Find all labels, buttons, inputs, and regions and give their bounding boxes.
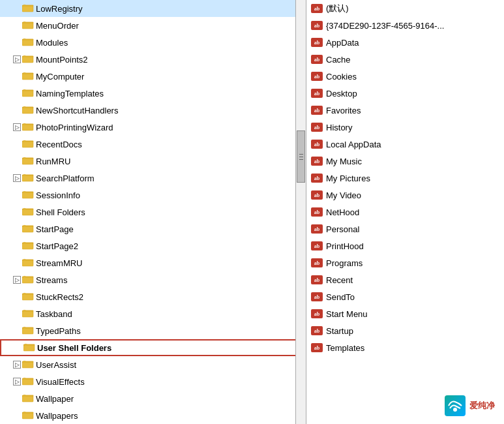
registry-value-item[interactable]: abRecent: [306, 271, 504, 288]
tree-item-label: StartPage2: [36, 241, 78, 251]
svg-rect-37: [22, 310, 33, 317]
registry-value-item[interactable]: abHistory: [306, 119, 504, 136]
ab-icon: ab: [311, 140, 323, 149]
scrollbar[interactable]: [295, 0, 306, 424]
ab-icon: ab: [311, 4, 323, 13]
tree-item[interactable]: ▷ PhotoPrintingWizard: [0, 119, 306, 136]
registry-value-item[interactable]: abCache: [306, 51, 504, 68]
tree-expander[interactable]: ▷: [13, 55, 21, 63]
tree-item-label: Taskband: [36, 309, 72, 319]
svg-rect-1: [22, 5, 33, 12]
registry-value-item[interactable]: abPrintHood: [306, 237, 504, 254]
registry-value-item[interactable]: abMy Pictures: [306, 170, 504, 187]
folder-icon: [22, 206, 34, 218]
registry-value-item[interactable]: abMy Video: [306, 187, 504, 204]
folder-icon: [22, 104, 34, 116]
svg-rect-25: [22, 209, 33, 215]
tree-item[interactable]: StartPage: [0, 220, 306, 237]
ab-icon: ab: [311, 157, 323, 166]
registry-value-item[interactable]: abMy Music: [306, 153, 504, 170]
ab-icon: ab: [311, 72, 323, 81]
registry-value-label: SendTo: [326, 292, 355, 302]
registry-value-item[interactable]: abSendTo: [306, 288, 504, 305]
svg-rect-23: [22, 192, 33, 198]
svg-rect-19: [22, 158, 33, 164]
tree-item[interactable]: NamingTemplates: [0, 85, 306, 102]
tree-item-label: User Shell Folders: [37, 343, 111, 353]
tree-item[interactable]: ▷ Streams: [0, 271, 306, 288]
folder-icon: [22, 240, 34, 252]
tree-item-label: VisualEffects: [36, 377, 85, 387]
tree-item[interactable]: Wallpaper: [0, 390, 306, 407]
watermark: 爱纯净: [442, 394, 497, 417]
tree-item[interactable]: ▷ SearchPlatform: [0, 170, 306, 187]
registry-value-label: Start Menu: [326, 309, 368, 319]
registry-value-item[interactable]: abStart Menu: [306, 305, 504, 322]
tree-item[interactable]: LowRegistry: [0, 0, 306, 17]
tree-item[interactable]: MyComputer: [0, 68, 306, 85]
folder-icon: [22, 325, 34, 337]
tree-item-label: RunMRU: [36, 157, 70, 166]
registry-value-item[interactable]: abPersonal: [306, 220, 504, 237]
tree-expander[interactable]: ▷: [13, 276, 21, 284]
tree-item[interactable]: NewShortcutHandlers: [0, 102, 306, 119]
tree-item[interactable]: TypedPaths: [0, 322, 306, 339]
tree-item[interactable]: StuckRects2: [0, 288, 306, 305]
svg-rect-33: [22, 277, 33, 283]
ab-icon: ab: [311, 123, 323, 132]
tree-item-label: NamingTemplates: [36, 89, 104, 98]
right-values-panel: ab(默认)ab{374DE290-123F-4565-9164-...abAp…: [306, 0, 504, 424]
registry-value-item[interactable]: ab(默认): [306, 0, 504, 17]
svg-rect-7: [22, 56, 33, 63]
folder-icon: [22, 172, 34, 184]
tree-item-label: SearchPlatform: [36, 174, 95, 183]
ab-icon: ab: [311, 55, 323, 64]
registry-type-icon: ab: [310, 275, 323, 285]
registry-value-item[interactable]: abPrograms: [306, 254, 504, 271]
registry-value-item[interactable]: abStartup: [306, 322, 504, 339]
tree-item[interactable]: ▷ UserAssist: [0, 356, 306, 373]
registry-values-list: ab(默认)ab{374DE290-123F-4565-9164-...abAp…: [306, 0, 504, 356]
folder-icon: [22, 138, 34, 150]
tree-item[interactable]: RunMRU: [0, 153, 306, 170]
registry-type-icon: ab: [310, 3, 323, 14]
folder-icon: [23, 342, 35, 354]
registry-value-item[interactable]: abTemplates: [306, 339, 504, 356]
tree-item[interactable]: MenuOrder: [0, 17, 306, 34]
registry-type-icon: ab: [310, 224, 323, 234]
tree-item[interactable]: StreamMRU: [0, 254, 306, 271]
tree-item[interactable]: ▷ MountPoints2: [0, 51, 306, 68]
svg-rect-11: [22, 90, 33, 97]
tree-item[interactable]: StartPage2: [0, 237, 306, 254]
registry-value-item[interactable]: abFavorites: [306, 102, 504, 119]
tree-item[interactable]: Wallpapers: [0, 407, 306, 424]
scrollbar-thumb[interactable]: [297, 130, 305, 183]
tree-expander[interactable]: ▷: [13, 361, 21, 369]
registry-value-item[interactable]: ab{374DE290-123F-4565-9164-...: [306, 17, 504, 34]
tree-item[interactable]: Modules: [0, 34, 306, 51]
tree-item[interactable]: SessionInfo: [0, 187, 306, 204]
registry-value-item[interactable]: abCookies: [306, 68, 504, 85]
tree-item[interactable]: RecentDocs: [0, 136, 306, 153]
registry-value-label: Cache: [326, 55, 351, 65]
tree-item[interactable]: User Shell Folders: [0, 339, 306, 356]
folder-icon: [22, 189, 34, 201]
folder-icon: [22, 155, 34, 167]
registry-type-icon: ab: [310, 173, 323, 183]
registry-value-item[interactable]: abDesktop: [306, 85, 504, 102]
registry-value-label: Recent: [326, 275, 353, 285]
tree-expander[interactable]: ▷: [13, 123, 21, 131]
registry-value-label: PrintHood: [326, 241, 364, 251]
registry-value-item[interactable]: abLocal AppData: [306, 136, 504, 153]
tree-expander[interactable]: ▷: [13, 378, 21, 386]
registry-value-item[interactable]: abAppData: [306, 34, 504, 51]
folder-icon: [22, 393, 34, 404]
svg-rect-43: [22, 361, 33, 368]
tree-item[interactable]: Shell Folders: [0, 204, 306, 220]
tree-expander[interactable]: ▷: [13, 174, 21, 182]
tree-item-label: Wallpapers: [36, 411, 78, 421]
registry-value-item[interactable]: abNetHood: [306, 204, 504, 220]
tree-item[interactable]: ▷ VisualEffects: [0, 373, 306, 390]
tree-item[interactable]: Taskband: [0, 305, 306, 322]
registry-type-icon: ab: [310, 326, 323, 336]
